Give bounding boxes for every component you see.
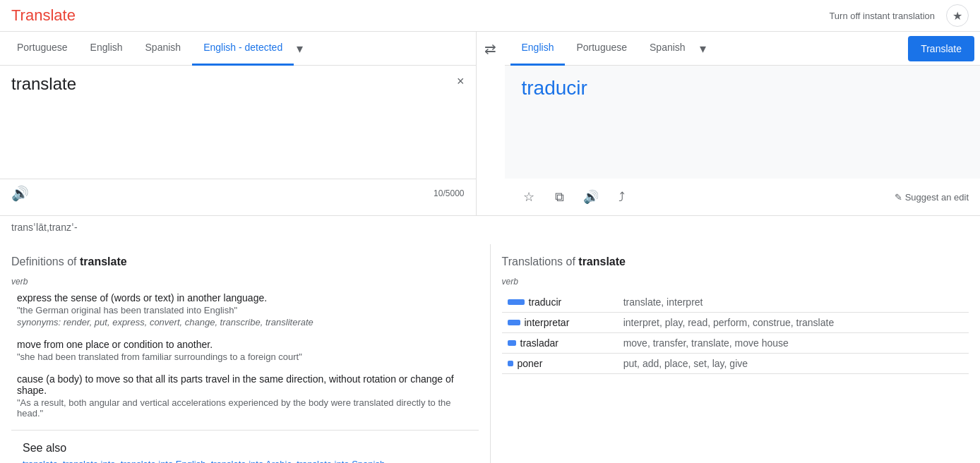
char-count: 10/5000 — [434, 188, 464, 198]
target-speaker-button[interactable]: 🔊 — [578, 184, 604, 210]
clear-input-button[interactable]: × — [457, 74, 465, 89]
copy-icon: ⧉ — [555, 190, 564, 205]
translation-word-3: trasladar — [520, 337, 558, 349]
source-textarea[interactable] — [11, 74, 465, 153]
translation-word-2: interpretar — [525, 317, 570, 328]
definition-item-1: express the sense of (words or text) in … — [11, 292, 479, 327]
chevron-down-icon: ▾ — [700, 41, 706, 56]
speaker-icon: 🔊 — [583, 189, 599, 205]
app-title[interactable]: Translate — [11, 6, 76, 25]
table-row: interpretar interpret, play, read, perfo… — [502, 313, 969, 333]
definitions-title: Definitions of translate — [11, 255, 479, 268]
top-right-controls: Turn off instant translation ★ — [823, 4, 969, 27]
frequency-bar-2 — [508, 320, 520, 325]
source-tabs-more-button[interactable]: ▾ — [294, 32, 306, 66]
translation-meanings-1: translate, interpret — [618, 292, 969, 313]
see-also-link-4[interactable]: translate into Arabic — [211, 459, 292, 463]
share-icon: ⤴ — [619, 190, 625, 205]
translation-meanings-3: move, transfer, translate, move house — [618, 333, 969, 354]
share-button[interactable]: ⤴ — [609, 184, 635, 210]
source-speaker-button[interactable]: 🔊 — [11, 185, 29, 202]
source-tab-portuguese[interactable]: Portuguese — [6, 32, 79, 66]
definition-item-2: move from one place or condition to anot… — [11, 339, 479, 362]
translation-output: traducir — [505, 66, 981, 179]
definition-item-3: cause (a body) to move so that all its p… — [11, 373, 479, 419]
source-tab-spanish[interactable]: Spanish — [134, 32, 193, 66]
swap-icon: ⇄ — [484, 40, 496, 57]
translation-meanings-2: interpret, play, read, perform, construe… — [618, 313, 969, 333]
translation-word-cell-4: poner — [508, 358, 612, 369]
see-also-link-3[interactable]: translate into English — [121, 459, 206, 463]
swap-languages-button[interactable]: ⇄ — [477, 35, 505, 63]
translation-word-4: poner — [518, 358, 543, 369]
target-tab-spanish[interactable]: Spanish — [638, 32, 697, 66]
source-tab-english-detected[interactable]: English - detected — [192, 32, 294, 66]
translation-word-cell-2: interpretar — [508, 317, 612, 328]
synonyms-1: synonyms: render, put, express, convert,… — [17, 317, 479, 327]
target-panel: English Portuguese Spanish ▾ Translate t… — [505, 32, 981, 215]
suggest-edit-button[interactable]: ✎ Suggest an edit — [895, 192, 969, 203]
definition-example-1: "the German original has been translated… — [17, 305, 479, 315]
star-icon: ☆ — [523, 189, 534, 205]
swap-container: ⇄ — [477, 32, 505, 215]
target-tabs-more-button[interactable]: ▾ — [697, 32, 709, 66]
table-row: poner put, add, place, set, lay, give — [502, 354, 969, 374]
translations-of-title: Translations of translate — [502, 255, 969, 268]
translation-word-cell-3: trasladar — [508, 337, 612, 349]
star-icon: ★ — [952, 9, 962, 23]
source-input-area: × — [0, 66, 476, 179]
bottom-section: Definitions of translate verb express th… — [0, 244, 980, 463]
target-tab-portuguese[interactable]: Portuguese — [565, 32, 638, 66]
translations-of-panel: Translations of translate verb traducir … — [491, 244, 981, 463]
source-lang-tabs: Portuguese English Spanish English - det… — [0, 32, 476, 66]
star-button[interactable]: ★ — [946, 4, 969, 27]
translation-word-1: traducir — [529, 296, 562, 308]
target-tab-english[interactable]: English — [510, 32, 566, 66]
definitions-panel: Definitions of translate verb express th… — [0, 244, 491, 463]
see-also-link-1[interactable]: translate — [23, 459, 58, 463]
frequency-bar-3 — [508, 340, 516, 346]
copy-translation-button[interactable]: ⧉ — [547, 184, 573, 210]
translations-of-pos: verb — [502, 277, 969, 287]
definitions-pos: verb — [11, 277, 479, 287]
instant-translation-button[interactable]: Turn off instant translation — [823, 6, 940, 25]
source-panel: Portuguese English Spanish English - det… — [0, 32, 477, 215]
translate-button[interactable]: Translate — [908, 36, 974, 61]
definition-text-1: express the sense of (words or text) in … — [17, 292, 479, 303]
top-bar: Translate Turn off instant translation ★ — [0, 0, 980, 32]
favorite-button[interactable]: ☆ — [516, 184, 542, 210]
target-lang-tabs: English Portuguese Spanish ▾ Translate — [505, 32, 981, 66]
chevron-down-icon: ▾ — [297, 41, 303, 56]
translations-table: traducir translate, interpret interpreta… — [502, 292, 969, 374]
table-row: traducir translate, interpret — [502, 292, 969, 313]
definition-example-2: "she had been translated from familiar s… — [17, 351, 479, 362]
frequency-bar-1 — [508, 299, 525, 305]
translation-word-cell-1: traducir — [508, 296, 612, 308]
frequency-bar-4 — [508, 361, 513, 366]
source-tab-english[interactable]: English — [79, 32, 134, 66]
see-also-link-2[interactable]: translate into — [63, 459, 115, 463]
see-also-title: See also — [23, 442, 467, 455]
translated-text: traducir — [522, 77, 587, 99]
source-footer: 🔊 10/5000 — [0, 179, 476, 208]
table-row: trasladar move, transfer, translate, mov… — [502, 333, 969, 354]
definition-text-3: cause (a body) to move so that all its p… — [17, 373, 479, 396]
see-also-section: See also translate, translate into, tran… — [11, 436, 479, 463]
edit-icon: ✎ — [895, 192, 902, 203]
phonetic-text: transˈlāt,tranzˈ- — [0, 216, 980, 244]
translation-actions: ☆ ⧉ 🔊 ⤴ ✎ Suggest an edit — [505, 179, 981, 215]
definition-text-2: move from one place or condition to anot… — [17, 339, 479, 350]
see-also-links: translate, translate into, translate int… — [23, 459, 467, 463]
see-also-link-5[interactable]: translate into Spanish — [297, 459, 385, 463]
translation-meanings-4: put, add, place, set, lay, give — [618, 354, 969, 374]
definition-example-3: "As a result, both angular and vertical … — [17, 397, 479, 419]
